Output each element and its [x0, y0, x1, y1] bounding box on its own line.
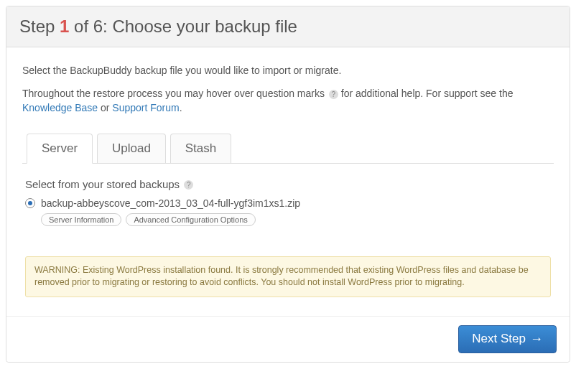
tab-upload[interactable]: Upload	[97, 134, 166, 163]
tab-server[interactable]: Server	[27, 134, 93, 164]
warning-message: WARNING: Existing WordPress installation…	[25, 256, 551, 297]
next-step-label: Next Step	[472, 332, 526, 346]
backup-option-row[interactable]: backup-abbeyscove_com-2013_03_04-full-yg…	[25, 197, 551, 209]
radio-button[interactable]	[25, 198, 35, 208]
step-title: Step 1 of 6: Choose your backup file	[19, 17, 557, 37]
radio-selected-icon	[28, 201, 32, 205]
stored-label-text: Select from your stored backups	[25, 178, 180, 190]
advanced-configuration-button[interactable]: Advanced Configuration Options	[126, 213, 255, 226]
help-end: .	[180, 102, 182, 113]
step-rest: of 6: Choose your backup file	[69, 17, 297, 36]
question-icon[interactable]: ?	[184, 180, 193, 190]
help-text: Throughout the restore process you may h…	[22, 86, 554, 116]
help-or: or	[98, 102, 112, 113]
step-word: Step	[19, 17, 55, 36]
wizard-panel: Step 1 of 6: Choose your backup file Sel…	[6, 6, 570, 363]
help-pre: Throughout the restore process you may h…	[22, 88, 328, 99]
question-icon[interactable]: ?	[329, 90, 338, 99]
backup-filename: backup-abbeyscove_com-2013_03_04-full-yg…	[41, 197, 300, 209]
tab-content-server: Select from your stored backups ? backup…	[22, 164, 554, 304]
knowledge-base-link[interactable]: Knowledge Base	[22, 102, 98, 113]
intro-text: Select the BackupBuddy backup file you w…	[22, 65, 554, 76]
next-step-button[interactable]: Next Step →	[458, 325, 557, 353]
tab-stash[interactable]: Stash	[170, 134, 231, 163]
help-post: for additional help. For support see the	[338, 88, 514, 99]
panel-header: Step 1 of 6: Choose your backup file	[6, 6, 570, 47]
step-number: 1	[60, 17, 69, 36]
stored-backups-label: Select from your stored backups ?	[25, 178, 551, 190]
support-forum-link[interactable]: Support Forum	[112, 102, 179, 113]
backup-actions: Server Information Advanced Configuratio…	[41, 213, 551, 226]
panel-body: Select the BackupBuddy backup file you w…	[6, 47, 570, 316]
server-information-button[interactable]: Server Information	[41, 213, 121, 226]
source-tabs: Server Upload Stash	[22, 133, 554, 164]
panel-footer: Next Step →	[6, 316, 570, 362]
arrow-right-icon: →	[530, 332, 543, 347]
